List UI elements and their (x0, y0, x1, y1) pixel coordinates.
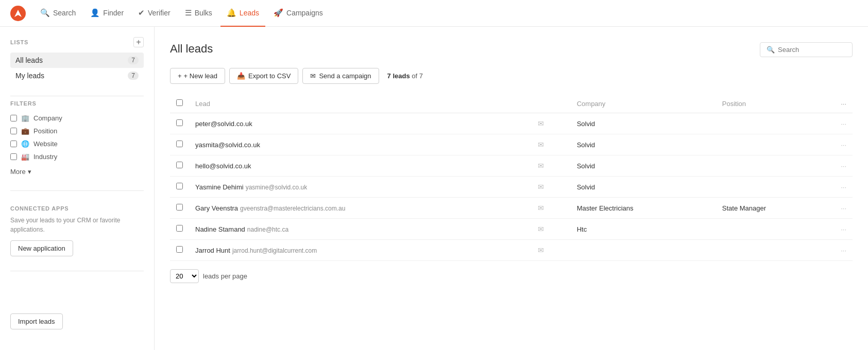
row-more[interactable]: ··· (835, 113, 853, 134)
row-checkbox-cell (170, 155, 189, 177)
main-content: All leads 🔍 + + New lead 📥 Export to CSV… (155, 27, 868, 350)
email-verified-icon: ✉ (538, 246, 544, 254)
connected-apps-section: CONNECTED APPS Save your leads to your C… (0, 195, 154, 267)
row-more[interactable]: ··· (835, 155, 853, 177)
table-row: hello@solvid.co.uk✉Solvid··· (170, 155, 853, 177)
row-lead: Jarrod Huntjarrod.hunt@digitalcurrent.co… (189, 240, 532, 261)
position-filter-icon: 💼 (21, 127, 29, 135)
row-checkbox-4[interactable] (176, 204, 183, 211)
new-application-button[interactable]: New application (10, 240, 73, 256)
nav-verifier[interactable]: ✔ Verifier (132, 0, 177, 27)
row-lead: Nadine Stamandnadine@htc.ca (189, 219, 532, 240)
more-icon[interactable]: ··· (841, 225, 846, 233)
table-row: Gary Veenstragveenstra@masterelectrician… (170, 198, 853, 219)
row-company: Solvid (571, 113, 716, 134)
nav-leads[interactable]: 🔔 Leads (220, 0, 265, 27)
my-leads-count: 7 (128, 72, 139, 80)
row-checkbox-5[interactable] (176, 225, 183, 232)
row-checkbox-cell (170, 113, 189, 134)
add-list-button[interactable]: + (133, 37, 144, 47)
row-checkbox-cell (170, 177, 189, 198)
filter-position-checkbox[interactable] (10, 128, 17, 134)
search-icon: 🔍 (767, 46, 775, 54)
nav-campaigns[interactable]: 🚀 Campaigns (267, 0, 329, 27)
table-row: peter@solvid.co.uk✉Solvid··· (170, 113, 853, 134)
filter-industry-checkbox[interactable] (10, 153, 17, 160)
filter-website-checkbox[interactable] (10, 141, 17, 147)
filter-company[interactable]: 🏢 Company (10, 112, 144, 125)
search-nav-icon: 🔍 (40, 8, 50, 18)
row-checkbox-1[interactable] (176, 141, 183, 147)
lead-email: gveenstra@masterelectricians.com.au (240, 205, 345, 212)
nav-finder[interactable]: 👤 Finder (84, 0, 130, 27)
lead-name: Yasmine Dehimi (195, 183, 244, 191)
row-more[interactable]: ··· (835, 134, 853, 155)
row-position (716, 177, 835, 198)
sidebar: LISTS + All leads 7 My leads 7 FILTERS 🏢… (0, 27, 155, 350)
row-email-icon-cell: ✉ (532, 155, 571, 177)
nav-leads-label: Leads (240, 9, 259, 17)
more-icon[interactable]: ··· (841, 247, 846, 254)
campaigns-nav-icon: 🚀 (274, 8, 283, 18)
more-icon[interactable]: ··· (841, 162, 846, 170)
filter-industry[interactable]: 🏭 Industry (10, 150, 144, 163)
leads-count: 7 leads of 7 (387, 72, 423, 80)
filter-position[interactable]: 💼 Position (10, 125, 144, 137)
row-checkbox-3[interactable] (176, 183, 183, 189)
row-checkbox-cell (170, 219, 189, 240)
main-layout: LISTS + All leads 7 My leads 7 FILTERS 🏢… (0, 27, 868, 350)
row-more[interactable]: ··· (835, 177, 853, 198)
row-checkbox-cell (170, 240, 189, 261)
filter-position-label: Position (33, 127, 57, 135)
row-more[interactable]: ··· (835, 219, 853, 240)
lists-header: LISTS + (10, 37, 144, 47)
email-verified-icon: ✉ (538, 183, 544, 191)
row-company: Solvid (571, 134, 716, 155)
th-position: Position (716, 94, 835, 113)
per-page-label: leads per page (203, 272, 247, 280)
more-icon[interactable]: ··· (841, 183, 846, 191)
filter-company-checkbox[interactable] (10, 115, 17, 121)
lead-email: jarrod.hunt@digitalcurrent.com (232, 247, 317, 254)
row-checkbox-6[interactable] (176, 246, 183, 253)
table-row: Yasmine Dehimiyasmine@solvid.co.uk✉Solvi… (170, 177, 853, 198)
export-csv-button[interactable]: 📥 Export to CSV (229, 68, 298, 84)
nav-bulks[interactable]: ☰ Bulks (179, 0, 218, 27)
new-lead-button[interactable]: + + New lead (170, 68, 225, 84)
per-page-select[interactable]: 20 50 100 (170, 269, 199, 283)
connected-apps-title: CONNECTED APPS (10, 205, 144, 212)
export-csv-label: Export to CSV (248, 72, 291, 80)
th-select-all (170, 94, 189, 113)
send-campaign-label: Send a campaign (319, 72, 371, 80)
row-lead: yasmita@solvid.co.uk (189, 134, 532, 155)
row-email-icon-cell: ✉ (532, 113, 571, 134)
leads-nav-icon: 🔔 (227, 8, 236, 18)
more-icon[interactable]: ··· (841, 120, 846, 128)
import-leads-button[interactable]: Import leads (10, 313, 63, 329)
lead-email: hello@solvid.co.uk (195, 162, 251, 170)
sidebar-item-all-leads[interactable]: All leads 7 (10, 52, 144, 68)
row-lead: hello@solvid.co.uk (189, 155, 532, 177)
row-position (716, 113, 835, 134)
th-company: Company (571, 94, 716, 113)
select-all-checkbox[interactable] (176, 99, 183, 106)
main-header: All leads 🔍 (170, 42, 853, 68)
row-checkbox-2[interactable] (176, 162, 183, 168)
nav-search[interactable]: 🔍 Search (34, 0, 82, 27)
more-icon[interactable]: ··· (841, 141, 846, 149)
app-logo[interactable] (10, 6, 26, 21)
row-checkbox-0[interactable] (176, 119, 183, 126)
more-icon[interactable]: ··· (841, 204, 846, 212)
more-filters-button[interactable]: More ▾ (10, 165, 144, 178)
export-icon: 📥 (237, 72, 245, 80)
filter-website[interactable]: 🌐 Website (10, 137, 144, 150)
row-more[interactable]: ··· (835, 198, 853, 219)
row-lead: peter@solvid.co.uk (189, 113, 532, 134)
send-campaign-button[interactable]: ✉ Send a campaign (302, 68, 379, 84)
sidebar-item-my-leads[interactable]: My leads 7 (10, 68, 144, 83)
page-title: All leads (170, 42, 213, 56)
website-filter-icon: 🌐 (21, 140, 29, 148)
search-input[interactable] (778, 46, 840, 54)
row-more[interactable]: ··· (835, 240, 853, 261)
search-box[interactable]: 🔍 (760, 42, 853, 57)
